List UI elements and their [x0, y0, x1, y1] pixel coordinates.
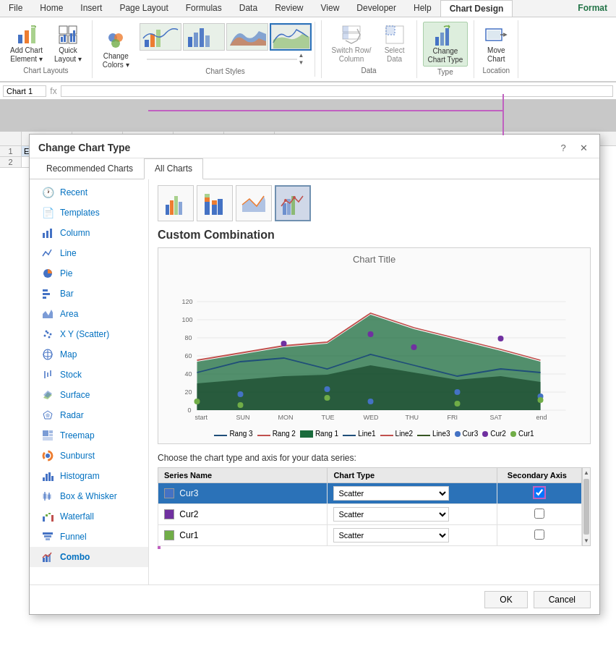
- add-chart-element-button[interactable]: Add ChartElement ▾: [6, 22, 47, 65]
- svg-rect-80: [166, 205, 169, 215]
- style-thumb-1[interactable]: [140, 23, 181, 51]
- svg-rect-7: [59, 35, 67, 43]
- nav-item-area[interactable]: Area: [30, 304, 148, 324]
- tab-formulas[interactable]: Formulas: [177, 0, 231, 17]
- nav-item-sunburst[interactable]: Sunburst: [30, 446, 148, 466]
- nav-item-bar[interactable]: Bar: [30, 284, 148, 304]
- tab-chart-design[interactable]: Chart Design: [440, 0, 513, 17]
- switch-row-column-icon: [340, 23, 363, 46]
- series-chart-type-cur3[interactable]: Scatter Line Column: [328, 483, 497, 504]
- checkbox-secondary-axis-cur1[interactable]: [534, 529, 544, 540]
- nav-item-map[interactable]: Map: [30, 344, 148, 365]
- checkbox-secondary-axis-cur3[interactable]: [534, 488, 544, 498]
- change-chart-type-button[interactable]: ChangeChart Type: [423, 22, 469, 67]
- dialog-help-button[interactable]: ?: [556, 140, 570, 155]
- tab-file[interactable]: File: [0, 0, 31, 17]
- nav-item-radar[interactable]: Radar: [30, 405, 148, 425]
- tab-home[interactable]: Home: [31, 0, 72, 17]
- nav-item-recent[interactable]: 🕐 Recent: [30, 182, 148, 203]
- dialog-close-button[interactable]: ✕: [576, 140, 591, 155]
- nav-item-stock[interactable]: Stock: [30, 365, 148, 385]
- series-row-cur1[interactable]: Cur1 Scatter Line Column: [158, 525, 582, 546]
- nav-item-column[interactable]: Column: [30, 223, 148, 243]
- xy-scatter-icon: [41, 328, 54, 341]
- switch-row-column-button[interactable]: Switch Row/Column: [328, 22, 376, 65]
- series-chart-type-cur2[interactable]: Scatter Line Column: [328, 504, 497, 525]
- change-colors-button[interactable]: ChangeColors ▾: [98, 27, 134, 71]
- tab-view[interactable]: View: [312, 0, 348, 17]
- table-scroll-thumb[interactable]: [583, 479, 589, 535]
- change-chart-type-label: ChangeChart Type: [428, 47, 463, 64]
- nav-item-surface[interactable]: Surface: [30, 385, 148, 405]
- nav-item-box-whisker[interactable]: Box & Whisker: [30, 486, 148, 506]
- chart-icon-area-line[interactable]: [236, 185, 272, 221]
- nav-item-line[interactable]: Line: [30, 243, 148, 263]
- quick-layout-button[interactable]: QuickLayout ▾: [50, 22, 86, 65]
- series-secondary-axis-cur2[interactable]: [497, 504, 581, 525]
- legend-line2: Line2: [380, 430, 413, 438]
- svg-point-117: [498, 336, 504, 341]
- chart-icon-stacked-bar[interactable]: [197, 185, 233, 221]
- svg-point-43: [44, 335, 46, 337]
- series-secondary-axis-cur1[interactable]: [497, 525, 581, 546]
- nav-item-combo[interactable]: Combo: [30, 547, 148, 567]
- chart-icon-combo-selected[interactable]: [275, 185, 311, 221]
- series-row-cur2[interactable]: Cur2 Scatter Line Column: [158, 504, 582, 525]
- series-row-cur3[interactable]: Cur3 Scatter Line Column: [158, 483, 582, 504]
- series-chart-type-cur1[interactable]: Scatter Line Column: [328, 525, 497, 546]
- cancel-button[interactable]: Cancel: [534, 591, 591, 608]
- tab-recommended-charts[interactable]: Recommended Charts: [35, 158, 144, 179]
- ribbon-tabs: File Home Insert Page Layout Formulas Da…: [0, 0, 616, 17]
- col-header-secondary-axis: Secondary Axis: [497, 468, 581, 483]
- series-select-cur3[interactable]: Scatter Line Column: [333, 486, 449, 501]
- nav-item-histogram[interactable]: Histogram: [30, 466, 148, 486]
- nav-item-waterfall[interactable]: Waterfall: [30, 506, 148, 527]
- tab-data[interactable]: Data: [231, 0, 266, 17]
- tab-developer[interactable]: Developer: [348, 0, 405, 17]
- svg-point-47: [48, 336, 51, 339]
- chart-icon-clustered-bar[interactable]: [158, 185, 194, 221]
- formula-input[interactable]: [61, 85, 613, 97]
- series-secondary-axis-cur3[interactable]: [497, 483, 581, 504]
- svg-point-94: [293, 196, 296, 199]
- tab-page-layout[interactable]: Page Layout: [111, 0, 176, 17]
- tab-review[interactable]: Review: [266, 0, 312, 17]
- table-scrollbar[interactable]: ▲ ▼: [582, 467, 591, 546]
- nav-item-treemap[interactable]: Treemap: [30, 425, 148, 446]
- nav-item-templates[interactable]: 📄 Templates: [30, 203, 148, 223]
- move-chart-button[interactable]: MoveChart: [480, 22, 512, 65]
- series-select-cur1[interactable]: Scatter Line Column: [333, 528, 449, 543]
- style-thumb-3[interactable]: [226, 23, 268, 51]
- group-chart-styles: ChangeColors ▾: [93, 20, 322, 78]
- table-scroll-down[interactable]: ▼: [582, 536, 591, 545]
- nav-item-templates-label: Templates: [60, 208, 100, 218]
- checkbox-secondary-axis-cur2[interactable]: [534, 509, 544, 519]
- series-select-cur2[interactable]: Scatter Line Column: [333, 507, 449, 522]
- select-data-button[interactable]: SelectData: [379, 22, 411, 65]
- styles-scroll-up[interactable]: ▲: [299, 52, 304, 59]
- svg-text:SUN: SUN: [236, 414, 250, 421]
- styles-scroll-down[interactable]: ▼: [299, 59, 304, 66]
- nav-item-xy-scatter[interactable]: X Y (Scatter): [30, 324, 148, 344]
- tab-help[interactable]: Help: [405, 0, 440, 17]
- nav-item-pie[interactable]: Pie: [30, 263, 148, 284]
- table-scroll-up[interactable]: ▲: [582, 468, 591, 477]
- svg-rect-2: [31, 27, 35, 43]
- svg-rect-78: [46, 556, 48, 562]
- style-thumb-2[interactable]: [183, 23, 225, 51]
- tab-all-charts[interactable]: All Charts: [144, 158, 203, 179]
- tab-format[interactable]: Format: [569, 0, 616, 17]
- tab-insert[interactable]: Insert: [72, 0, 111, 17]
- svg-point-122: [538, 397, 544, 403]
- nav-item-funnel[interactable]: Funnel: [30, 527, 148, 547]
- name-box[interactable]: [3, 85, 46, 97]
- style-thumb-active[interactable]: [270, 23, 312, 51]
- svg-rect-86: [205, 194, 210, 197]
- styles-scroll-arrows[interactable]: ▲ ▼: [299, 52, 304, 66]
- ribbon: File Home Insert Page Layout Formulas Da…: [0, 0, 616, 82]
- location-items: MoveChart: [480, 22, 512, 65]
- svg-rect-70: [43, 516, 45, 522]
- ok-button[interactable]: OK: [484, 591, 527, 608]
- series-name-label-cur2: Cur2: [179, 509, 198, 519]
- chart-svg-wrap: 0 20 40 60 80 100 120: [164, 268, 584, 427]
